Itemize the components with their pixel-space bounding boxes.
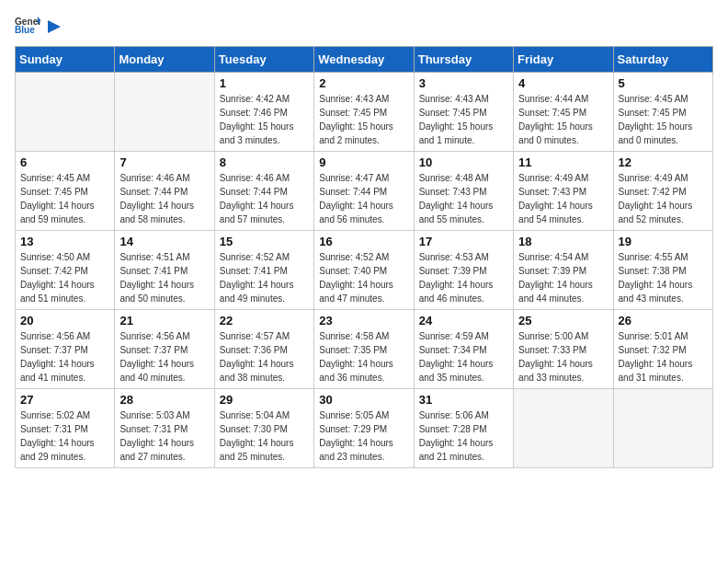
calendar-cell bbox=[613, 389, 712, 468]
sunrise-text: Sunrise: 4:53 AM bbox=[419, 252, 489, 262]
sunset-text: Sunset: 7:42 PM bbox=[20, 266, 88, 276]
day-number: 10 bbox=[419, 155, 508, 169]
sunset-text: Sunset: 7:32 PM bbox=[619, 345, 687, 355]
day-info: Sunrise: 5:04 AMSunset: 7:30 PMDaylight:… bbox=[220, 408, 309, 464]
sunrise-text: Sunrise: 4:47 AM bbox=[319, 173, 389, 183]
day-info: Sunrise: 4:51 AMSunset: 7:41 PMDaylight:… bbox=[119, 250, 209, 305]
day-number: 9 bbox=[319, 155, 408, 169]
sunrise-text: Sunrise: 5:04 AM bbox=[220, 410, 290, 420]
day-info: Sunrise: 4:54 AMSunset: 7:39 PMDaylight:… bbox=[518, 250, 608, 305]
daylight-text: Daylight: 14 hours and 49 minutes. bbox=[220, 280, 294, 304]
sunrise-text: Sunrise: 5:00 AM bbox=[518, 331, 588, 341]
sunrise-text: Sunrise: 4:46 AM bbox=[119, 173, 189, 183]
logo-triangle-icon bbox=[44, 18, 61, 35]
calendar-cell: 31Sunrise: 5:06 AMSunset: 7:28 PMDayligh… bbox=[414, 389, 513, 468]
day-info: Sunrise: 5:00 AMSunset: 7:33 PMDaylight:… bbox=[518, 329, 608, 385]
day-number: 21 bbox=[119, 314, 209, 327]
daylight-text: Daylight: 14 hours and 21 minutes. bbox=[419, 438, 494, 462]
day-number: 11 bbox=[518, 155, 608, 169]
calendar-cell: 6Sunrise: 4:45 AMSunset: 7:45 PMDaylight… bbox=[16, 152, 115, 231]
day-number: 27 bbox=[20, 393, 109, 407]
calendar-cell: 4Sunrise: 4:44 AMSunset: 7:45 PMDaylight… bbox=[514, 73, 613, 152]
day-number: 3 bbox=[419, 76, 508, 90]
daylight-text: Daylight: 15 hours and 0 minutes. bbox=[518, 121, 593, 145]
calendar-cell: 2Sunrise: 4:43 AMSunset: 7:45 PMDaylight… bbox=[314, 73, 414, 152]
day-info: Sunrise: 4:46 AMSunset: 7:44 PMDaylight:… bbox=[119, 171, 209, 226]
day-info: Sunrise: 4:44 AMSunset: 7:45 PMDaylight:… bbox=[518, 92, 608, 147]
calendar-cell: 25Sunrise: 5:00 AMSunset: 7:33 PMDayligh… bbox=[514, 310, 613, 389]
day-number: 12 bbox=[619, 155, 708, 169]
sunrise-text: Sunrise: 4:57 AM bbox=[220, 331, 290, 341]
calendar-cell: 24Sunrise: 4:59 AMSunset: 7:34 PMDayligh… bbox=[414, 310, 513, 389]
weekday-header-monday: Monday bbox=[115, 47, 214, 73]
day-info: Sunrise: 4:45 AMSunset: 7:45 PMDaylight:… bbox=[619, 92, 708, 147]
day-info: Sunrise: 4:58 AMSunset: 7:35 PMDaylight:… bbox=[319, 329, 408, 385]
day-info: Sunrise: 4:49 AMSunset: 7:42 PMDaylight:… bbox=[619, 171, 708, 226]
sunrise-text: Sunrise: 4:48 AM bbox=[419, 173, 489, 183]
sunrise-text: Sunrise: 4:58 AM bbox=[319, 331, 389, 341]
weekday-header-thursday: Thursday bbox=[414, 47, 513, 73]
daylight-text: Daylight: 14 hours and 58 minutes. bbox=[119, 201, 194, 224]
day-number: 24 bbox=[419, 314, 508, 327]
day-number: 15 bbox=[220, 235, 309, 248]
sunset-text: Sunset: 7:45 PM bbox=[20, 187, 88, 197]
calendar-cell: 8Sunrise: 4:46 AMSunset: 7:44 PMDaylight… bbox=[214, 152, 313, 231]
sunset-text: Sunset: 7:39 PM bbox=[518, 266, 586, 276]
daylight-text: Daylight: 14 hours and 29 minutes. bbox=[20, 438, 95, 462]
day-info: Sunrise: 4:48 AMSunset: 7:43 PMDaylight:… bbox=[419, 171, 508, 226]
daylight-text: Daylight: 14 hours and 31 minutes. bbox=[619, 359, 693, 383]
calendar-cell: 16Sunrise: 4:52 AMSunset: 7:40 PMDayligh… bbox=[314, 231, 414, 310]
day-number: 8 bbox=[220, 155, 309, 169]
calendar-week-row: 13Sunrise: 4:50 AMSunset: 7:42 PMDayligh… bbox=[16, 231, 713, 310]
day-info: Sunrise: 4:53 AMSunset: 7:39 PMDaylight:… bbox=[419, 250, 508, 305]
day-info: Sunrise: 4:52 AMSunset: 7:40 PMDaylight:… bbox=[319, 250, 408, 305]
calendar-cell: 30Sunrise: 5:05 AMSunset: 7:29 PMDayligh… bbox=[314, 389, 414, 468]
sunset-text: Sunset: 7:43 PM bbox=[419, 187, 487, 197]
daylight-text: Daylight: 14 hours and 25 minutes. bbox=[220, 438, 294, 462]
svg-text:Blue: Blue bbox=[15, 25, 35, 35]
calendar-cell: 17Sunrise: 4:53 AMSunset: 7:39 PMDayligh… bbox=[414, 231, 513, 310]
daylight-text: Daylight: 14 hours and 57 minutes. bbox=[220, 201, 294, 224]
day-info: Sunrise: 4:56 AMSunset: 7:37 PMDaylight:… bbox=[119, 329, 209, 385]
sunrise-text: Sunrise: 4:43 AM bbox=[319, 94, 389, 104]
calendar-cell: 15Sunrise: 4:52 AMSunset: 7:41 PMDayligh… bbox=[214, 231, 313, 310]
daylight-text: Daylight: 14 hours and 33 minutes. bbox=[518, 359, 593, 383]
daylight-text: Daylight: 14 hours and 59 minutes. bbox=[20, 201, 95, 224]
sunrise-text: Sunrise: 4:54 AM bbox=[518, 252, 588, 262]
sunset-text: Sunset: 7:38 PM bbox=[619, 266, 687, 276]
sunset-text: Sunset: 7:37 PM bbox=[119, 345, 188, 355]
daylight-text: Daylight: 14 hours and 52 minutes. bbox=[619, 201, 693, 224]
calendar-cell: 12Sunrise: 4:49 AMSunset: 7:42 PMDayligh… bbox=[613, 152, 712, 231]
day-number: 1 bbox=[220, 76, 309, 90]
day-info: Sunrise: 4:43 AMSunset: 7:45 PMDaylight:… bbox=[419, 92, 508, 147]
sunset-text: Sunset: 7:28 PM bbox=[419, 424, 487, 434]
calendar-cell bbox=[16, 73, 115, 152]
logo-icon: General Blue bbox=[15, 15, 40, 35]
day-number: 6 bbox=[20, 155, 109, 169]
sunset-text: Sunset: 7:31 PM bbox=[20, 424, 88, 434]
calendar-week-row: 20Sunrise: 4:56 AMSunset: 7:37 PMDayligh… bbox=[16, 310, 713, 389]
calendar-cell: 9Sunrise: 4:47 AMSunset: 7:44 PMDaylight… bbox=[314, 152, 414, 231]
sunset-text: Sunset: 7:34 PM bbox=[419, 345, 487, 355]
day-number: 4 bbox=[518, 76, 608, 90]
calendar-cell: 1Sunrise: 4:42 AMSunset: 7:46 PMDaylight… bbox=[214, 73, 313, 152]
daylight-text: Daylight: 14 hours and 54 minutes. bbox=[518, 201, 593, 224]
calendar-cell: 13Sunrise: 4:50 AMSunset: 7:42 PMDayligh… bbox=[16, 231, 115, 310]
sunset-text: Sunset: 7:37 PM bbox=[20, 345, 88, 355]
sunset-text: Sunset: 7:44 PM bbox=[220, 187, 288, 197]
calendar-cell: 29Sunrise: 5:04 AMSunset: 7:30 PMDayligh… bbox=[214, 389, 313, 468]
sunrise-text: Sunrise: 5:03 AM bbox=[119, 410, 189, 420]
day-info: Sunrise: 4:42 AMSunset: 7:46 PMDaylight:… bbox=[220, 92, 309, 147]
page-header: General Blue bbox=[15, 15, 713, 35]
day-number: 20 bbox=[20, 314, 109, 327]
sunset-text: Sunset: 7:30 PM bbox=[220, 424, 288, 434]
daylight-text: Daylight: 14 hours and 23 minutes. bbox=[319, 438, 393, 462]
sunset-text: Sunset: 7:35 PM bbox=[319, 345, 387, 355]
sunrise-text: Sunrise: 5:02 AM bbox=[20, 410, 90, 420]
day-info: Sunrise: 4:43 AMSunset: 7:45 PMDaylight:… bbox=[319, 92, 408, 147]
daylight-text: Daylight: 14 hours and 36 minutes. bbox=[319, 359, 393, 383]
daylight-text: Daylight: 14 hours and 43 minutes. bbox=[619, 280, 693, 304]
day-number: 29 bbox=[220, 393, 309, 407]
svg-marker-3 bbox=[48, 20, 61, 33]
day-info: Sunrise: 4:52 AMSunset: 7:41 PMDaylight:… bbox=[220, 250, 309, 305]
